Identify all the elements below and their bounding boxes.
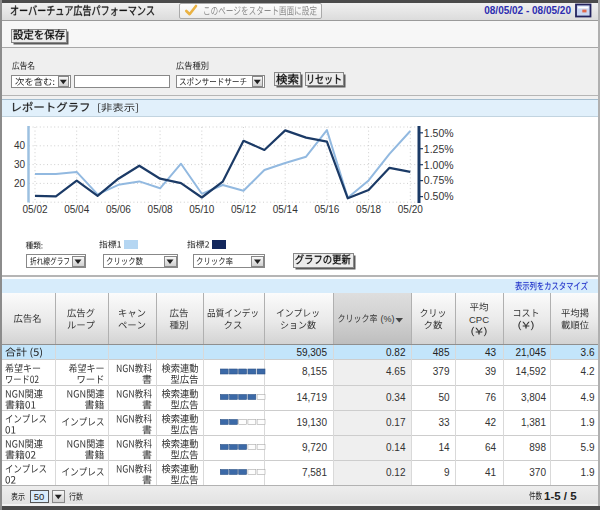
svg-text:1,381: 1,381 <box>521 417 546 428</box>
svg-text:05/04: 05/04 <box>64 204 89 215</box>
svg-text:42: 42 <box>485 417 497 428</box>
svg-text:14,592: 14,592 <box>515 366 546 377</box>
svg-text:4.65: 4.65 <box>386 366 406 377</box>
svg-text:43: 43 <box>485 347 497 358</box>
svg-text:08/05/02 - 08/05/20: 08/05/02 - 08/05/20 <box>484 5 571 16</box>
svg-text:4.2: 4.2 <box>581 366 595 377</box>
svg-text:05/02: 05/02 <box>22 204 47 215</box>
svg-text:8,155: 8,155 <box>302 366 327 377</box>
svg-text:50: 50 <box>438 392 450 403</box>
svg-text:14,719: 14,719 <box>296 392 327 403</box>
svg-text:50: 50 <box>34 491 45 502</box>
svg-text:0.17: 0.17 <box>386 417 406 428</box>
svg-text:30: 30 <box>14 159 26 170</box>
svg-text:40: 40 <box>14 140 26 151</box>
svg-text:CPC: CPC <box>469 314 489 325</box>
svg-text:4.9: 4.9 <box>581 392 595 403</box>
svg-text:59,305: 59,305 <box>296 347 327 358</box>
svg-text:21,045: 21,045 <box>515 347 546 358</box>
svg-text:3,804: 3,804 <box>521 392 546 403</box>
svg-text:05/08: 05/08 <box>148 204 173 215</box>
svg-text:0.34: 0.34 <box>386 392 406 403</box>
svg-text:05/14: 05/14 <box>273 204 298 215</box>
svg-text:05/12: 05/12 <box>231 204 256 215</box>
svg-text:39: 39 <box>485 366 497 377</box>
svg-text:0.12: 0.12 <box>386 467 406 478</box>
svg-text:370: 370 <box>529 467 546 478</box>
svg-text:379: 379 <box>433 366 450 377</box>
svg-text:0.82: 0.82 <box>386 347 406 358</box>
svg-text:1.50%: 1.50% <box>424 127 454 139</box>
svg-text:898: 898 <box>529 442 546 453</box>
svg-text:05/20: 05/20 <box>398 204 423 215</box>
svg-text:7,581: 7,581 <box>302 467 327 478</box>
svg-text:1.25%: 1.25% <box>424 143 454 155</box>
svg-text:20: 20 <box>14 178 26 189</box>
svg-text:1.00%: 1.00% <box>424 159 454 171</box>
svg-text:0.50%: 0.50% <box>424 190 454 202</box>
svg-text:05/18: 05/18 <box>356 204 381 215</box>
svg-text:33: 33 <box>438 417 450 428</box>
svg-text:0.14: 0.14 <box>386 442 406 453</box>
svg-text:1-5 / 5: 1-5 / 5 <box>544 490 577 502</box>
svg-text:14: 14 <box>438 442 450 453</box>
svg-text:05/16: 05/16 <box>314 204 339 215</box>
svg-text:5.9: 5.9 <box>581 442 595 453</box>
svg-text:(%): (%) <box>381 314 395 324</box>
svg-text:0.75%: 0.75% <box>424 174 454 186</box>
svg-text:05/10: 05/10 <box>189 204 214 215</box>
svg-text:1.9: 1.9 <box>581 417 595 428</box>
svg-text:64: 64 <box>485 442 497 453</box>
svg-text:41: 41 <box>485 467 497 478</box>
svg-text:9,720: 9,720 <box>302 442 327 453</box>
svg-text:1.9: 1.9 <box>581 467 595 478</box>
svg-text:3.6: 3.6 <box>581 347 595 358</box>
svg-text:9: 9 <box>444 467 450 478</box>
svg-text:19,130: 19,130 <box>296 417 327 428</box>
svg-text:485: 485 <box>433 347 450 358</box>
svg-text:05/06: 05/06 <box>106 204 131 215</box>
svg-text:76: 76 <box>485 392 497 403</box>
